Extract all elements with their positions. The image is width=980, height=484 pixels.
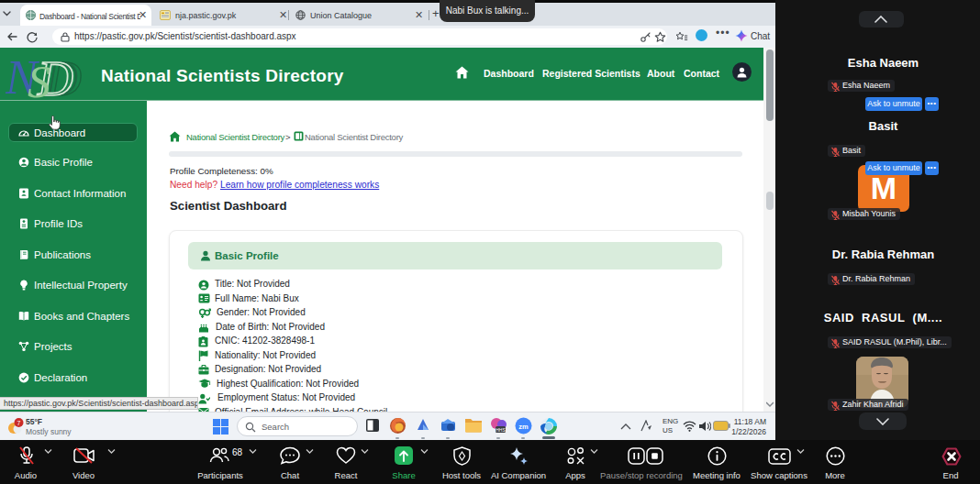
svg-text:S: S — [28, 56, 50, 100]
svg-text:HHS: HHS — [496, 427, 506, 433]
svg-text:zm: zm — [518, 423, 529, 431]
svg-text:7: 7 — [17, 420, 21, 426]
